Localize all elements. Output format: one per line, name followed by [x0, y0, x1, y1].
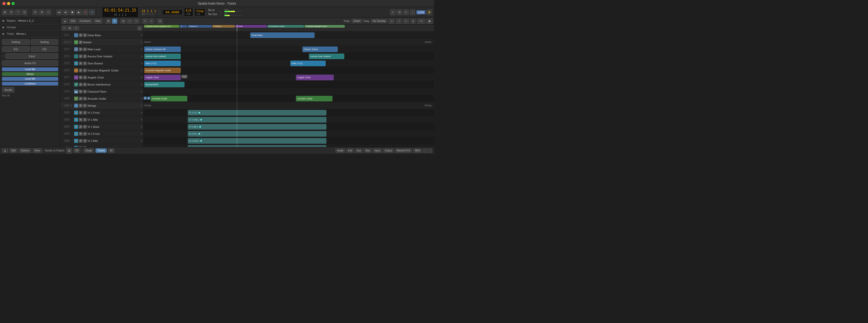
- inst-btn[interactable]: Inst: [346, 148, 354, 153]
- track-solo[interactable]: S: [83, 33, 87, 37]
- add-track-btn[interactable]: +: [62, 26, 66, 30]
- track-mute[interactable]: M: [79, 62, 83, 65]
- track-solo[interactable]: S: [83, 83, 87, 86]
- waveform-btn[interactable]: ∿: [389, 19, 395, 24]
- track-mute[interactable]: M: [79, 90, 83, 93]
- track-solo[interactable]: S: [83, 118, 87, 121]
- track-record-dot[interactable]: [141, 84, 143, 85]
- track-record-dot[interactable]: [141, 34, 143, 36]
- track-row-1576[interactable]: 1576 🎸 M S Granular Magnetic Guitar: [61, 67, 144, 74]
- track-mute[interactable]: M: [79, 40, 83, 44]
- track-row-1586[interactable]: 1586 🎻 M S VI 2 Mid: [61, 137, 144, 144]
- track-record-dot[interactable]: [141, 56, 143, 57]
- options-btn[interactable]: Options: [19, 148, 31, 153]
- track-record-dot[interactable]: [141, 98, 143, 99]
- settings-btn[interactable]: ⚙: [39, 9, 44, 15]
- track-mute[interactable]: M: [79, 125, 83, 129]
- clip-deep-bass[interactable]: Deep Bass: [250, 32, 314, 38]
- sends-btn[interactable]: Sends: [2, 87, 14, 93]
- clip-classic-suitcase-2[interactable]: Classic Suitca: [303, 46, 338, 52]
- dot2-btn[interactable]: ◉: [427, 19, 433, 24]
- capture-btn[interactable]: ⊡: [22, 9, 27, 15]
- aux-btn[interactable]: Aux: [355, 148, 363, 153]
- piano-btn[interactable]: ⊟: [397, 9, 402, 15]
- view-bottom-btn[interactable]: View: [33, 148, 42, 153]
- list-view-btn2[interactable]: [428, 149, 432, 153]
- forward-btn[interactable]: ⏭: [63, 9, 68, 15]
- track-row-1580[interactable]: 1580 🎸 M S Acoustic Guitar: [61, 95, 144, 102]
- functions-btn[interactable]: Functions: [78, 19, 92, 24]
- setting-btn-2[interactable]: Setting: [31, 39, 59, 45]
- config-btn[interactable]: ⊞: [67, 26, 72, 30]
- track-record-dot[interactable]: [141, 63, 143, 64]
- track-record-dot[interactable]: [141, 133, 143, 135]
- track-row-1579[interactable]: 1579 🎹 M S Classical Piano: [61, 88, 144, 95]
- groups-section[interactable]: ▶ Groups: [0, 24, 60, 31]
- play-btn[interactable]: ▶: [76, 9, 82, 15]
- tracks-scroll[interactable]: Deep Bass Master Master Classic Suitcase…: [144, 32, 434, 147]
- track-row-1573[interactable]: 1573 🎸 M S Main Lead: [61, 46, 144, 53]
- maximize-button[interactable]: [11, 2, 14, 5]
- align-btn[interactable]: ⊣: [396, 19, 402, 24]
- vi-bar-bk2[interactable]: VI 2 Bk.1: [188, 145, 327, 147]
- drag-select[interactable]: No Overlap: [371, 19, 388, 23]
- loop-btn[interactable]: ↩: [127, 19, 132, 24]
- track-row-1587[interactable]: 1587 🎻 M S VI 2 Back: [61, 144, 144, 147]
- clock-btn[interactable]: ⏱: [8, 9, 14, 15]
- pencil-btn[interactable]: ✏: [403, 9, 409, 15]
- track-mute[interactable]: M: [79, 132, 83, 136]
- score-btn[interactable]: ♩: [410, 9, 415, 15]
- clip-boesendorfer[interactable]: Boesendorfe: [144, 82, 185, 87]
- close-button[interactable]: [2, 2, 5, 5]
- track-record-dot[interactable]: [141, 77, 143, 78]
- track-row-1575[interactable]: 1575 🎻 M S Slow Bowed: [61, 60, 144, 67]
- track-row-1574[interactable]: 1574 🎵 M S Aurora Over Iceland: [61, 53, 144, 60]
- list-view-btn[interactable]: ≡: [112, 19, 117, 24]
- logo-btn[interactable]: ⚡: [427, 9, 432, 15]
- expand-icon[interactable]: ▼: [70, 41, 73, 43]
- track-mute[interactable]: M: [79, 83, 83, 86]
- clip-acoustic-2[interactable]: Acoustic Guitar: [296, 96, 333, 101]
- master-vca-btn[interactable]: Master/VCA: [395, 148, 412, 153]
- off-btn[interactable]: Off: [73, 148, 80, 153]
- input-btn[interactable]: Input: [5, 53, 58, 59]
- track-row-1584[interactable]: 1584 🎻 M S VI 1 Back: [61, 123, 144, 130]
- track-mute[interactable]: M: [79, 69, 83, 72]
- track-mute[interactable]: M: [79, 55, 83, 58]
- track-mute[interactable]: M: [79, 97, 83, 100]
- output-btn[interactable]: Output: [383, 148, 394, 153]
- track-solo[interactable]: S: [83, 69, 87, 72]
- track-solo[interactable]: S: [83, 125, 87, 129]
- track-solo[interactable]: S: [83, 97, 87, 100]
- track-record-dot[interactable]: [141, 126, 143, 128]
- snap-select[interactable]: Smart: [351, 19, 362, 23]
- clip-angelic-1[interactable]: Angelic Choir: [144, 75, 181, 80]
- track-record-dot[interactable]: [141, 41, 143, 43]
- monitor-btn[interactable]: ⊡: [137, 26, 142, 30]
- minimize-button[interactable]: [7, 2, 10, 5]
- clip-angelic-2[interactable]: Angelic Choir: [296, 75, 334, 80]
- audio-btn[interactable]: Audio: [336, 148, 345, 153]
- add-btn[interactable]: +: [149, 19, 154, 24]
- track-row-1582[interactable]: 1582 🎻 M S VI 1 Front: [61, 109, 144, 116]
- track-solo[interactable]: S: [83, 132, 87, 136]
- bus-btn[interactable]: Bus: [364, 148, 372, 153]
- track-row-1583[interactable]: 1583 🎻 M S VI 1 Mid: [61, 116, 144, 123]
- clip-acoustic[interactable]: Acoustic Guitar: [151, 96, 187, 101]
- vi-bar-fr2[interactable]: VI 2 Fr.1: [188, 131, 327, 137]
- midi-btn[interactable]: MIDI: [413, 148, 422, 153]
- track-solo[interactable]: S: [83, 55, 87, 58]
- cycle-btn[interactable]: ↺: [89, 9, 95, 15]
- pointer-btn[interactable]: ↖: [143, 19, 148, 24]
- lcd-btn[interactable]: ⊞: [2, 9, 7, 15]
- eq-btn-1[interactable]: EQ: [2, 46, 30, 52]
- edit-btn[interactable]: Edit: [69, 19, 77, 24]
- grid-view-btn[interactable]: [423, 149, 427, 153]
- clip-aurora-2[interactable]: Aurora Over Iceland: [309, 53, 344, 59]
- track-record-dot[interactable]: [141, 105, 143, 106]
- track-solo[interactable]: S: [83, 146, 87, 147]
- vi-bar-fr1[interactable]: VI 1 Fr.1: [188, 110, 327, 115]
- edit-bottom-btn[interactable]: Edit: [9, 148, 18, 153]
- tracks-btn[interactable]: Tracks: [95, 148, 106, 153]
- track-solo[interactable]: S: [83, 111, 87, 114]
